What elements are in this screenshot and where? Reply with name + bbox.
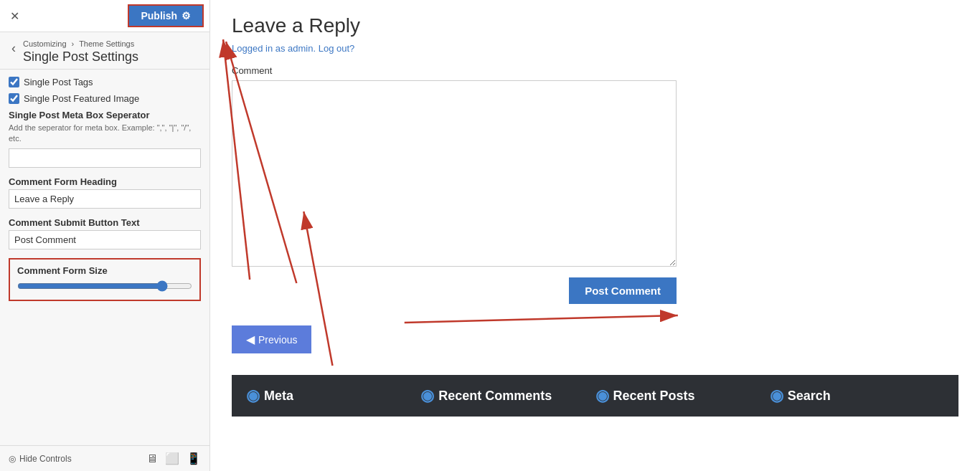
comment-form-heading-input[interactable] (9, 189, 201, 209)
single-post-tags-label: Single Post Tags (24, 77, 93, 87)
widgets-footer: ◉ Meta ◉ Recent Comments ◉ Recent Posts … (232, 375, 958, 417)
meta-label: Meta (264, 389, 293, 404)
single-post-tags-row: Single Post Tags (9, 77, 201, 87)
eye-icon: ◎ (9, 454, 16, 464)
logged-in-text: Logged in as admin. Log out? (232, 43, 958, 54)
recent-posts-icon: ◉ (595, 386, 609, 405)
previous-button[interactable]: ◀ Previous (232, 325, 311, 353)
left-panel: ✕ Publish ⚙ ‹ Customizing › Theme Settin… (0, 0, 210, 471)
back-button[interactable]: ‹ (9, 41, 19, 56)
comment-form-size-label: Comment Form Size (17, 265, 192, 276)
svg-line-3 (405, 315, 678, 323)
desktop-icon[interactable]: 🖥 (146, 452, 158, 465)
search-widget-icon: ◉ (770, 386, 783, 405)
hide-controls-button[interactable]: ◎ Hide Controls (9, 454, 72, 464)
main-area: Leave a Reply Logged in as admin. Log ou… (210, 0, 980, 471)
comment-submit-button-label: Comment Submit Button Text (9, 217, 201, 228)
single-post-featured-image-checkbox[interactable] (9, 93, 19, 104)
mobile-icon[interactable]: 📱 (187, 452, 201, 465)
comment-label: Comment (232, 65, 958, 76)
device-icons: 🖥 ⬜ 📱 (146, 452, 201, 465)
comment-submit-button-row: Comment Submit Button Text (9, 217, 201, 249)
meta-box-separator-desc: Add the seperator for meta box. Example:… (9, 123, 201, 145)
comment-form-size-box: Comment Form Size (9, 258, 201, 301)
publish-label: Publish (141, 10, 177, 22)
widget-recent-comments: ◉ Recent Comments (420, 386, 595, 405)
panel-footer: ◎ Hide Controls 🖥 ⬜ 📱 (0, 445, 209, 471)
search-label: Search (788, 389, 831, 404)
comment-submit-button-input[interactable] (9, 230, 201, 249)
recent-posts-label: Recent Posts (613, 389, 695, 404)
top-bar: ✕ Publish ⚙ (0, 0, 209, 32)
leave-reply-heading: Leave a Reply (232, 14, 958, 37)
meta-box-separator-input[interactable] (9, 148, 201, 168)
meta-box-separator-label: Single Post Meta Box Seperator (9, 110, 201, 120)
comment-form-heading-row: Comment Form Heading (9, 176, 201, 209)
widget-search: ◉ Search (770, 386, 944, 405)
recent-comments-label: Recent Comments (438, 389, 552, 404)
close-button[interactable]: ✕ (6, 6, 24, 26)
meta-icon: ◉ (246, 386, 260, 405)
panel-content: Single Post Tags Single Post Featured Im… (0, 70, 209, 445)
previous-label: Previous (258, 334, 297, 346)
comment-form-size-slider[interactable] (17, 280, 192, 292)
tablet-icon[interactable]: ⬜ (165, 452, 179, 465)
logged-in-link[interactable]: Logged in as admin. Log out? (232, 43, 354, 54)
widget-recent-posts: ◉ Recent Posts (595, 386, 770, 405)
single-post-tags-checkbox[interactable] (9, 77, 19, 87)
breadcrumb: Customizing › Theme Settings (23, 39, 138, 48)
panel-header: ‹ Customizing › Theme Settings Single Po… (0, 32, 209, 70)
recent-comments-icon: ◉ (420, 386, 434, 405)
gear-icon: ⚙ (182, 10, 191, 22)
left-arrow-icon: ◀ (246, 333, 255, 346)
comment-textarea[interactable] (232, 80, 677, 267)
slider-container (17, 280, 192, 294)
post-comment-button[interactable]: Post Comment (569, 277, 677, 304)
single-post-featured-image-row: Single Post Featured Image (9, 93, 201, 104)
comment-form-heading-label: Comment Form Heading (9, 176, 201, 187)
single-post-featured-image-label: Single Post Featured Image (24, 93, 139, 104)
publish-button[interactable]: Publish ⚙ (128, 4, 204, 27)
panel-title: Single Post Settings (23, 49, 138, 65)
meta-box-separator-row: Single Post Meta Box Seperator Add the s… (9, 110, 201, 168)
hide-controls-label: Hide Controls (19, 454, 72, 464)
widget-meta: ◉ Meta (246, 386, 420, 405)
